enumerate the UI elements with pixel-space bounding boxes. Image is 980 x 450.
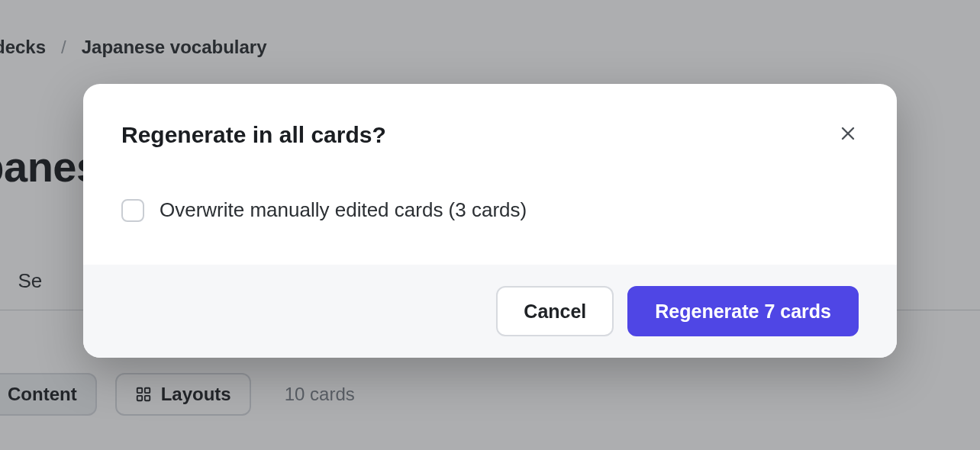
- close-icon: [839, 124, 857, 145]
- modal: Regenerate in all cards? Overwrite manua…: [83, 84, 897, 358]
- overwrite-checkbox[interactable]: [121, 199, 144, 222]
- close-button[interactable]: [834, 121, 862, 148]
- overwrite-option[interactable]: Overwrite manually edited cards (3 cards…: [121, 198, 859, 222]
- cancel-button[interactable]: Cancel: [496, 286, 614, 336]
- regenerate-button[interactable]: Regenerate 7 cards: [627, 286, 859, 336]
- overwrite-label: Overwrite manually edited cards (3 cards…: [160, 198, 527, 222]
- modal-body: Regenerate in all cards? Overwrite manua…: [83, 84, 897, 265]
- modal-footer: Cancel Regenerate 7 cards: [83, 265, 897, 358]
- modal-title: Regenerate in all cards?: [121, 122, 859, 148]
- modal-overlay[interactable]: Regenerate in all cards? Overwrite manua…: [0, 0, 980, 450]
